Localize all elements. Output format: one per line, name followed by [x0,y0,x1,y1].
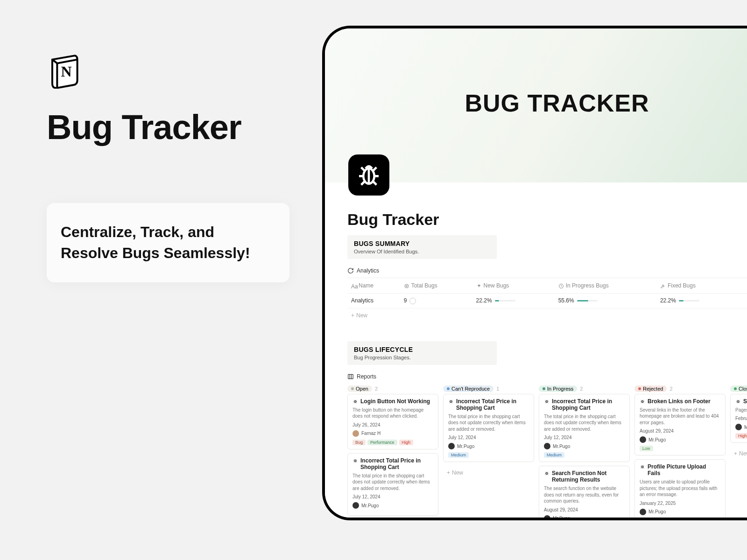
avatar [448,443,455,449]
svg-point-3 [405,284,409,288]
card-date: July 12, 2024 [352,494,433,499]
card-date: July 26, 2024 [352,422,433,427]
card-description: The login button on the homepage does no… [352,407,433,420]
col-name[interactable]: AaName [347,278,400,294]
card-date: July 12, 2024 [544,435,625,440]
summary-callout: BUGS SUMMARY Overview Of Identified Bugs… [347,235,497,259]
bug-card[interactable]: Search Function Not Returning ResultsThe… [539,466,630,520]
tag: Bug [352,440,366,445]
bug-icon [640,464,645,469]
bug-card[interactable]: Incorrect Total Price in Shopping CartTh… [443,394,534,462]
avatar [544,515,550,520]
col-fixed[interactable]: Fixed Bugs [656,278,739,294]
column-header[interactable]: Rejected2 [634,384,726,394]
tag: High [399,440,414,445]
notion-logo: N [47,51,84,89]
card-date: August 29, 2024 [544,507,625,512]
bug-icon [544,399,550,404]
card-assignee: Mr.Pugo [544,443,625,449]
bug-card[interactable]: Broken Links on FooterSeveral links in t… [634,394,726,456]
board-column: Open2Login Button Not WorkingThe login b… [347,384,438,520]
board-column: Can't Reproduce1Incorrect Total Price in… [443,384,534,520]
avatar [352,502,359,509]
svg-rect-6 [348,374,353,378]
summary-title: BUGS SUMMARY [354,240,490,247]
svg-point-4 [406,285,407,287]
progress-ring-icon [409,298,416,304]
hero-title: BUG TRACKER [465,89,649,117]
avatar [640,509,646,515]
column-header[interactable]: Open2 [347,384,438,394]
card-assignee: Mr.Pugo [640,436,720,443]
tag: Performance [367,440,397,445]
card-description: The total price in the shopping cart doe… [544,413,625,433]
hero-banner: BUG TRACKER [325,28,747,182]
analytics-new-row[interactable]: +New [347,308,747,322]
analytics-table: AaName Total Bugs New Bugs In Progress B… [347,278,747,308]
kanban-board: Open2Login Button Not WorkingThe login b… [347,384,747,520]
card-date: January 22, 2025 [640,501,720,506]
card-date: February [735,416,747,421]
avatar [735,424,742,430]
column-header[interactable]: Can't Reproduce1 [443,384,534,394]
avatar [640,436,646,443]
subtitle-text: Centralize, Track, and Resolve Bugs Seam… [61,222,275,264]
target-icon [404,283,409,289]
board-column: In Progress2Incorrect Total Price in Sho… [539,384,630,520]
card-title: Broken Links on Footer [648,398,711,405]
refresh-icon [347,267,354,274]
column-header[interactable]: In Progress2 [539,384,630,394]
card-title: Login Button Not Working [360,398,430,405]
bug-card[interactable]: Incorrect Total Price in Shopping CartTh… [539,394,630,462]
card-title: Incorrect Total Price in Shopping Cart [360,457,433,470]
card-assignee: Mr [735,424,747,430]
lifecycle-title: BUGS LIFECYCLE [354,346,490,353]
bug-card[interactable]: Profile Picture Upload FailsUsers are un… [634,459,726,520]
card-assignee: Mr.Pugo [352,502,433,509]
bug-icon [735,399,741,404]
tag: Medium [448,452,469,458]
card-assignee: Farnaz H [352,430,433,437]
device-frame: BUG TRACKER Bug Tracker BUGS SUMMARY Ove… [322,26,747,520]
card-title: Incorrect Total Price in Shopping Cart [456,398,529,411]
col-total[interactable]: Total Bugs [400,278,472,294]
left-title: Bug Tracker [47,107,289,147]
bug-card[interactable]: Incorrect Total Price in Shopping CartTh… [347,453,438,516]
avatar [352,430,359,437]
subtitle-card: Centralize, Track, and Resolve Bugs Seam… [47,203,289,282]
card-assignee: Mr.Pugo [640,509,720,515]
col-progress[interactable]: In Progress Bugs [555,278,656,294]
column-header[interactable]: Closed [730,384,747,394]
lifecycle-callout: BUGS LIFECYCLE Bug Progression Stages. [347,341,497,365]
reports-view-label: Reports [357,373,376,380]
clock-icon [558,283,564,289]
bug-icon [352,458,358,463]
bug-icon [544,470,550,476]
card-title: Slow page [743,398,747,405]
board-column: ClosedSlow pagePages take long to load o… [730,384,747,520]
card-date: July 12, 2024 [448,435,529,440]
card-date: August 29, 2024 [640,428,720,434]
tag: High [735,433,747,439]
board-column: Rejected2Broken Links on FooterSeveral l… [634,384,726,520]
svg-text:N: N [61,63,71,80]
card-description: The total price in the shopping cart doe… [352,473,433,492]
bug-app-icon [348,154,389,196]
bug-card[interactable]: Login Button Not WorkingThe login button… [347,394,438,449]
column-new-card[interactable]: +New [730,447,747,461]
card-title: Search Function Not Returning Results [552,470,625,483]
bug-icon [352,399,358,404]
col-new[interactable]: New Bugs [472,278,555,294]
lifecycle-subtitle: Bug Progression Stages. [354,355,490,360]
analytics-view-tab[interactable]: Analytics [347,267,747,274]
reports-view-tab[interactable]: Reports [347,373,747,380]
bug-icon [448,399,454,404]
column-new-card[interactable]: +New [443,466,534,480]
page-title: Bug Tracker [347,210,747,229]
card-description: The total price in the shopping cart doe… [448,413,529,433]
card-assignee: Mr.Pugo [448,443,529,449]
sparkle-icon [476,283,482,289]
bug-card[interactable]: Slow pagePages take long to load on mobi… [730,394,747,443]
analytics-row[interactable]: Analytics 9 22.2% 55.6% 22.2% [347,294,747,308]
wrench-icon [660,283,666,289]
